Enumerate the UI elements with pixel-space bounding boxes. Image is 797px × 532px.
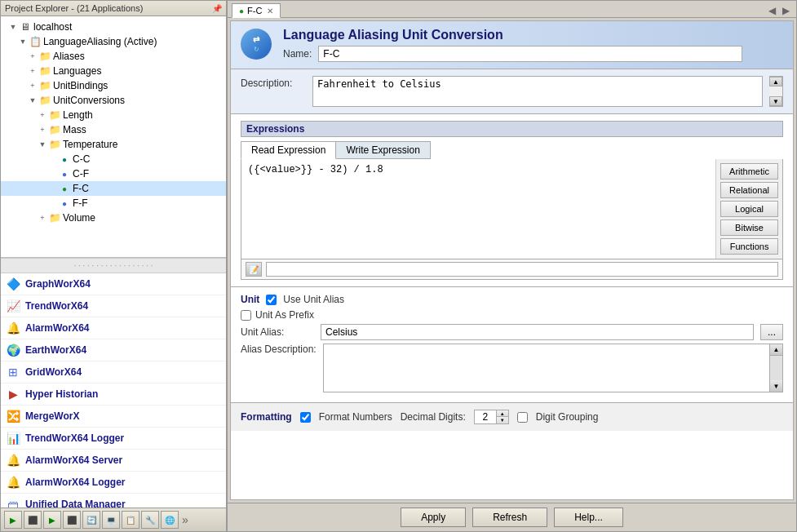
expand-icon[interactable]: + (27, 65, 38, 77)
expand-icon[interactable]: + (37, 124, 48, 135)
tree-item-languagealiasing[interactable]: ▼ 📋 LanguageAliasing (Active) (1, 34, 226, 49)
apply-button[interactable]: Apply (401, 508, 466, 527)
tab-read-expression[interactable]: Read Expression (241, 141, 336, 159)
app-item-trendworx64logger[interactable]: 📊 TrendWorX64 Logger (1, 428, 226, 450)
tree-item-length[interactable]: + 📁 Length (1, 108, 226, 122)
description-textarea[interactable]: Fahrenheit to Celsius (312, 76, 763, 107)
relational-button[interactable]: Relational (720, 182, 778, 198)
expand-icon[interactable]: + (27, 51, 38, 62)
name-label: Name: (283, 48, 312, 60)
expression-editor[interactable]: ({<value>}} - 32) / 1.8 (241, 159, 715, 259)
toolbar-btn-settings[interactable]: 🔧 (141, 511, 159, 529)
toolbar-more-icon[interactable]: » (182, 513, 188, 526)
functions-button[interactable]: Functions (720, 238, 778, 255)
tab-fc[interactable]: ● F-C ✕ (232, 3, 281, 18)
format-numbers-checkbox[interactable] (300, 412, 311, 423)
expand-icon[interactable]: ▼ (37, 139, 48, 150)
app-icon-hyperhistorian: ▶ (5, 386, 21, 402)
expand-icon[interactable]: + (37, 212, 48, 224)
app-item-hyperhistorian[interactable]: ▶ Hyper Historian (1, 383, 226, 406)
app-item-earthworx64[interactable]: 🌍 EarthWorX64 (1, 339, 226, 361)
toolbar-btn-refresh[interactable]: 🔄 (82, 511, 100, 529)
spin-down-button[interactable]: ▼ (497, 417, 508, 423)
app-label: Hyper Historian (25, 388, 98, 400)
toolbar-btn-start[interactable]: ▶ (4, 511, 22, 529)
tree-item-fc[interactable]: ● F-C (1, 181, 226, 196)
description-scrollbar[interactable]: ▲ ▼ (769, 76, 783, 107)
spin-up-button[interactable]: ▲ (497, 410, 508, 417)
scroll-up-icon[interactable]: ▲ (769, 77, 782, 86)
expand-icon[interactable]: ▼ (27, 95, 38, 106)
unit-browse-button[interactable]: ... (760, 324, 783, 340)
expand-icon[interactable]: + (37, 109, 48, 121)
name-input[interactable] (318, 46, 742, 62)
tree-item-aliases[interactable]: + 📁 Aliases (1, 49, 226, 64)
app-item-alarmworx64[interactable]: 🔔 AlarmWorX64 (1, 317, 226, 339)
folder-icon: 📁 (38, 64, 51, 78)
digit-grouping-checkbox[interactable] (517, 412, 528, 423)
toolbar-btn-blue[interactable]: ⬛ (24, 511, 42, 529)
app-item-gridworx64[interactable]: ⊞ GridWorX64 (1, 361, 226, 383)
decimal-digits-label: Decimal Digits: (401, 411, 466, 423)
tree-item-unitbindings[interactable]: + 📁 UnitBindings (1, 78, 226, 93)
app-label: AlarmWorX64 (25, 322, 89, 334)
tree-label: UnitBindings (53, 80, 108, 91)
expand-icon[interactable]: + (27, 80, 38, 91)
app-item-trendworx64[interactable]: 📈 TrendWorX64 (1, 295, 226, 317)
tab-nav-next[interactable]: ▶ (780, 5, 792, 16)
folder-icon: 📁 (38, 50, 51, 63)
app-item-mergeworx[interactable]: 🔀 MergeWorX (1, 406, 226, 428)
decimal-digits-input[interactable] (474, 410, 497, 424)
refresh-button[interactable]: Refresh (472, 508, 547, 527)
tree-item-localhost[interactable]: ▼ 🖥 localhost (1, 20, 226, 34)
bitwise-button[interactable]: Bitwise (720, 219, 778, 236)
toolbar-btn-clipboard[interactable]: 📋 (122, 511, 139, 529)
tree-label: Length (63, 109, 93, 121)
app-item-unifieddatamanager[interactable]: 🗃 Unified Data Manager (1, 494, 226, 508)
toolbar-btn-play[interactable]: ▶ (43, 511, 61, 529)
tree-item-cf[interactable]: ● C-F (1, 166, 226, 181)
expressions-title: Expressions (241, 121, 783, 137)
app-item-graphworx64[interactable]: 🔷 GraphWorX64 (1, 273, 226, 295)
app-item-alarmworx64logger[interactable]: 🔔 AlarmWorX64 Logger (1, 472, 226, 494)
tree-item-volume[interactable]: + 📁 Volume (1, 211, 226, 225)
expression-footer-input[interactable] (266, 262, 778, 277)
app-icon-trendworx64logger: 📊 (5, 430, 21, 446)
tree-item-languages[interactable]: + 📁 Languages (1, 64, 226, 78)
tree-label: C-C (73, 153, 90, 165)
tree-item-temperature[interactable]: ▼ 📁 Temperature (1, 137, 226, 152)
tree-item-unitconversions[interactable]: ▼ 📁 UnitConversions (1, 93, 226, 108)
help-button[interactable]: Help... (554, 508, 623, 527)
expand-icon[interactable]: ▼ (7, 21, 19, 33)
tab-write-expression[interactable]: Write Expression (335, 141, 430, 159)
unit-as-prefix-checkbox[interactable] (241, 310, 251, 321)
use-unit-alias-checkbox[interactable] (266, 295, 277, 305)
expand-icon (46, 183, 58, 194)
tree-label: Aliases (53, 51, 85, 62)
tree-label: F-C (73, 183, 89, 194)
unit-alias-input[interactable] (321, 324, 754, 340)
tab-close-icon[interactable]: ✕ (267, 7, 273, 16)
alias-desc-scroll-down[interactable]: ▼ (770, 380, 782, 392)
scroll-down-icon[interactable]: ▼ (769, 96, 782, 106)
bottom-toolbar: Apply Refresh Help... (228, 503, 796, 531)
pin-icon[interactable]: 📌 (212, 4, 222, 13)
tree-item-cc[interactable]: ● C-C (1, 152, 226, 166)
tree-item-ff[interactable]: ● F-F (1, 196, 226, 211)
logical-button[interactable]: Logical (720, 201, 778, 217)
alias-desc-scroll-up[interactable]: ▲ (770, 344, 782, 356)
circle-icon: ● (58, 153, 71, 166)
arithmetic-button[interactable]: Arithmetic (720, 163, 778, 180)
alias-description-textarea[interactable] (323, 344, 770, 392)
tree-label: Volume (63, 212, 95, 224)
expand-icon[interactable]: ▼ (17, 36, 29, 47)
app-item-alarmworx64server[interactable]: 🔔 AlarmWorX64 Server (1, 450, 226, 472)
toolbar-btn-web[interactable]: 🌐 (161, 511, 179, 529)
tab-nav-prev[interactable]: ◀ (766, 5, 778, 16)
tree-item-mass[interactable]: + 📁 Mass (1, 122, 226, 137)
use-unit-alias-label: Use Unit Alias (283, 294, 344, 305)
toolbar-btn-stop[interactable]: ⬛ (63, 511, 81, 529)
tab-icon: ● (239, 7, 244, 16)
expression-footer-icon[interactable]: 📝 (246, 262, 262, 277)
toolbar-btn-computer[interactable]: 💻 (102, 511, 120, 529)
